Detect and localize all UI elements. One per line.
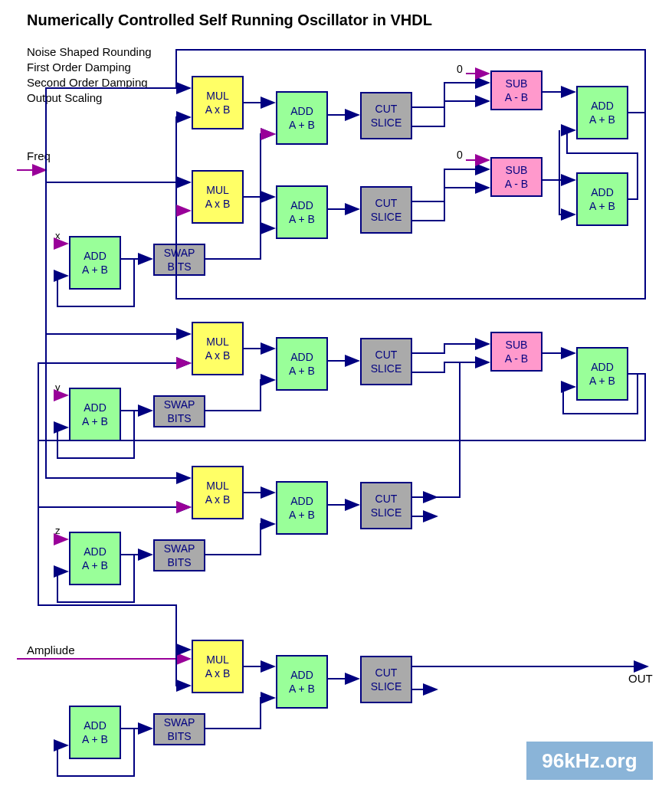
add-block-3: ADDA + B [276, 337, 328, 391]
fb-addr1-addr2b [559, 130, 575, 214]
w-swap1-add1 [261, 134, 274, 228]
label-z: z [55, 525, 61, 536]
note-3: Second Order Damping [27, 75, 152, 90]
mul-block-2: MULA x B [192, 170, 244, 224]
sub-block-3: SUBA - B [490, 332, 543, 372]
fb-to-mul4 [38, 440, 190, 507]
w-cut1-sub1b [412, 101, 489, 126]
label-amplitude: Ampliude [27, 643, 75, 657]
w-swap4-add5 [205, 698, 274, 729]
notes-block: Noise Shaped Rounding First Order Dampin… [27, 44, 152, 106]
zero-label-1: 0 [457, 63, 463, 75]
add-block-1: ADDA + B [276, 91, 328, 145]
add-z: ADDA + B [69, 532, 121, 585]
w-cut2-sub2b [412, 188, 489, 221]
add-block-5: ADDA + B [276, 655, 328, 709]
label-freq: Freq [27, 149, 51, 162]
swap-1: SWAPBITS [153, 244, 205, 276]
w-cut4-up [437, 362, 460, 497]
w-cut3-sub3b [412, 362, 489, 372]
fb-addr3-loop [38, 363, 645, 440]
note-1: Noise Shaped Rounding [27, 44, 152, 60]
logo-badge: 96kHz.org [526, 742, 653, 780]
add-right-3: ADDA + B [576, 347, 628, 401]
w-swap3-add4 [205, 524, 274, 555]
sub-block-2: SUBA - B [490, 157, 543, 197]
mul-block-5: MULA x B [192, 640, 244, 693]
add-block-4: ADDA + B [276, 481, 328, 535]
freq-to-mul2 [46, 170, 190, 182]
label-out: OUT [628, 672, 653, 685]
mul-block-4: MULA x B [192, 466, 244, 519]
mul-block-3: MULA x B [192, 322, 244, 375]
mul-block-1: MULA x B [192, 76, 244, 129]
swap-4: SWAPBITS [153, 713, 205, 745]
amp-to-mul5a [176, 650, 190, 659]
w-cut2-sub2a [412, 169, 489, 201]
add-block-2: ADDA + B [276, 185, 328, 239]
cut-block-5: CUTSLICE [360, 656, 412, 703]
w-cut1-sub1a [412, 83, 489, 107]
swap-3: SWAPBITS [153, 539, 205, 571]
note-4: Output Scaling [27, 90, 152, 106]
cut-block-4: CUTSLICE [360, 482, 412, 529]
sub-block-1: SUBA - B [490, 70, 543, 110]
add-right-2: ADDA + B [576, 172, 628, 226]
w-cut3-sub3a [412, 344, 489, 353]
zero-label-2: 0 [457, 149, 463, 161]
note-2: First Order Damping [27, 60, 152, 75]
cut-block-1: CUTSLICE [360, 92, 412, 139]
add-out: ADDA + B [69, 706, 121, 759]
cut-block-3: CUTSLICE [360, 338, 412, 385]
add-y: ADDA + B [69, 388, 121, 441]
w-swap2-add3 [205, 380, 274, 411]
add-x: ADDA + B [69, 236, 121, 290]
label-x: x [55, 230, 61, 241]
swap-2: SWAPBITS [153, 395, 205, 427]
cut-block-2: CUTSLICE [360, 186, 412, 234]
w-swap1-add2 [205, 228, 274, 259]
page-title: Numerically Controlled Self Running Osci… [27, 11, 432, 29]
add-right-1: ADDA + B [576, 86, 628, 139]
label-y: y [55, 381, 61, 393]
